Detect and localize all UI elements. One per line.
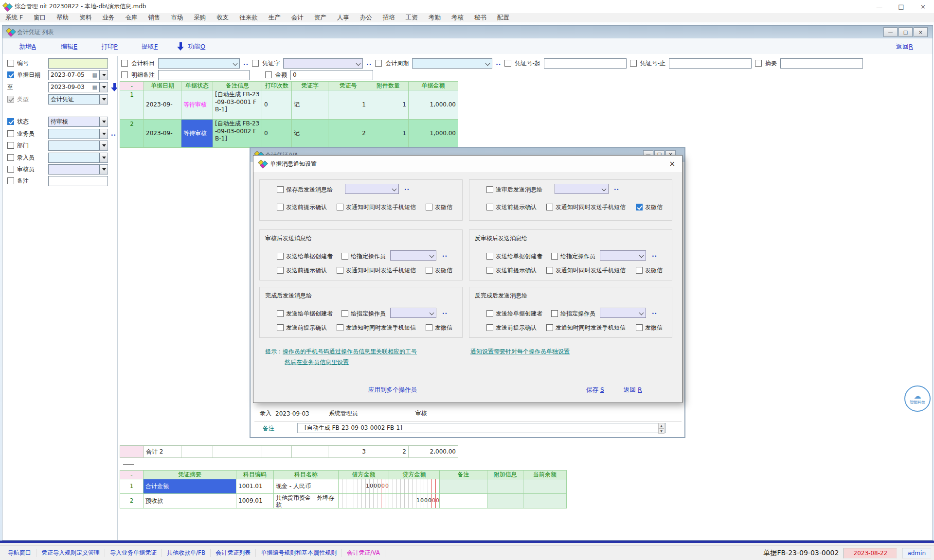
subject-browse-button[interactable]: .. bbox=[243, 60, 249, 67]
child-close-button[interactable]: × bbox=[914, 27, 928, 37]
cell-status[interactable]: 等待审核 bbox=[181, 90, 213, 120]
save-sms-checkbox[interactable]: 发通知时同时发送手机短信 bbox=[337, 203, 416, 211]
period-combo[interactable] bbox=[412, 58, 492, 69]
print-button[interactable]: 打印P bbox=[101, 42, 118, 51]
menu-item-purchase[interactable]: 采购 bbox=[188, 14, 211, 22]
finish-sms-checkbox[interactable]: 发通知时同时发送手机短信 bbox=[337, 324, 416, 332]
cell-attach[interactable]: 1 bbox=[368, 90, 409, 120]
child-maximize-button[interactable]: □ bbox=[898, 27, 913, 37]
close-button[interactable]: × bbox=[912, 0, 934, 13]
statusbar-item-numbering-rules[interactable]: 单据编号规则和基本属性规则 bbox=[256, 549, 342, 557]
menu-item-hr[interactable]: 人事 bbox=[332, 14, 355, 22]
cell-prints[interactable]: 0 bbox=[262, 120, 292, 148]
salesman-combo[interactable] bbox=[48, 129, 100, 139]
cell-amount[interactable]: 1,000.00 bbox=[409, 90, 458, 120]
statusbar-item-receipt-fb[interactable]: 其他收款单/FB bbox=[162, 549, 211, 557]
auditor-checkbox[interactable] bbox=[7, 166, 14, 173]
voucher-no-to-input[interactable] bbox=[669, 58, 752, 69]
cell-attach[interactable]: 1 bbox=[368, 120, 409, 148]
note-checkbox[interactable] bbox=[7, 177, 14, 184]
cell-summary[interactable]: 预收款 bbox=[144, 494, 236, 508]
audit-send-creator-checkbox[interactable]: 发送给单据创建者 bbox=[277, 252, 333, 260]
unaudit-send-operator-checkbox[interactable]: 给指定操作员 bbox=[551, 252, 595, 260]
menu-item-help[interactable]: 帮助 bbox=[51, 14, 74, 22]
unaudit-send-creator-checkbox[interactable]: 发送给单据创建者 bbox=[486, 252, 542, 260]
unaudit-operator-browse-button[interactable]: .. bbox=[652, 251, 657, 258]
statusbar-item-import-rules[interactable]: 凭证导入规则定义管理 bbox=[36, 549, 105, 557]
unaudit-confirm-checkbox[interactable]: 发送前提示确认 bbox=[486, 266, 537, 274]
date-from-dropdown-button[interactable] bbox=[100, 70, 108, 80]
cell-word[interactable]: 记 bbox=[292, 120, 328, 148]
unfinish-confirm-checkbox[interactable]: 发送前提示确认 bbox=[486, 324, 537, 332]
cell-rownum[interactable]: 1 bbox=[120, 90, 144, 120]
submit-wechat-checkbox[interactable]: 发微信 bbox=[636, 203, 663, 211]
department-checkbox[interactable] bbox=[7, 142, 14, 149]
detail-row[interactable]: 1 合计金额 1001.01 现金 - 人民币 100000 bbox=[120, 479, 567, 494]
menu-item-training[interactable]: 招培 bbox=[377, 14, 400, 22]
cell-status-selected[interactable]: 等待审核 bbox=[181, 120, 213, 148]
period-browse-button[interactable]: .. bbox=[496, 60, 501, 67]
amount-input[interactable]: 0 bbox=[290, 70, 373, 80]
department-dropdown-button[interactable] bbox=[100, 140, 108, 151]
summary-input[interactable] bbox=[780, 58, 863, 69]
apply-to-operators-link[interactable]: 应用到多个操作员 bbox=[368, 386, 417, 394]
unfinish-operator-combo[interactable] bbox=[600, 308, 646, 318]
function-button[interactable]: 功能O bbox=[188, 42, 205, 51]
voucher-no-from-input[interactable] bbox=[544, 58, 627, 69]
cell-balance[interactable] bbox=[523, 479, 567, 494]
menu-item-secretary[interactable]: 秘书 bbox=[469, 14, 492, 22]
cell-balance[interactable] bbox=[523, 494, 567, 508]
audit-wechat-checkbox[interactable]: 发微信 bbox=[426, 266, 452, 274]
splitter-handle[interactable] bbox=[123, 464, 134, 465]
menu-item-business[interactable]: 业务 bbox=[97, 14, 120, 22]
statusbar-item-import-vouchers[interactable]: 导入业务单据凭证 bbox=[105, 549, 162, 557]
cell-no[interactable]: 1 bbox=[328, 90, 368, 120]
type-combo[interactable]: 会计凭证 bbox=[48, 94, 100, 105]
detail-note-checkbox[interactable] bbox=[121, 71, 128, 78]
child-minimize-button[interactable]: — bbox=[883, 27, 898, 37]
minimize-button[interactable]: — bbox=[868, 0, 890, 13]
salesman-checkbox[interactable] bbox=[7, 130, 14, 137]
period-checkbox[interactable] bbox=[375, 60, 382, 67]
cell-note[interactable] bbox=[440, 494, 487, 508]
status-combo[interactable]: 待审核 bbox=[48, 117, 100, 127]
note-scrollbar[interactable]: ▲ ▼ bbox=[658, 423, 665, 434]
finish-send-creator-checkbox[interactable]: 发送给单据创建者 bbox=[277, 310, 333, 317]
cell-subject-name[interactable]: 其他货币资金 - 外埠存款 bbox=[274, 494, 339, 508]
menu-item-market[interactable]: 市场 bbox=[165, 14, 188, 22]
menu-item-sales[interactable]: 销售 bbox=[143, 14, 165, 22]
cell-amount[interactable]: 1,000.00 bbox=[409, 120, 458, 148]
status-checkbox[interactable] bbox=[7, 118, 14, 125]
voucher-no-from-checkbox[interactable] bbox=[504, 60, 511, 67]
cell-note[interactable]: [自动生成 FB-23-09-03-0002 FB-1] bbox=[213, 120, 262, 148]
salesman-browse-button[interactable]: .. bbox=[111, 130, 116, 137]
date-to-dropdown-button[interactable] bbox=[100, 82, 108, 92]
finish-operator-browse-button[interactable]: .. bbox=[442, 309, 448, 315]
note-input[interactable] bbox=[48, 176, 108, 186]
menu-item-window[interactable]: 窗口 bbox=[28, 14, 51, 22]
voucher-word-combo[interactable] bbox=[283, 58, 363, 69]
unfinish-wechat-checkbox[interactable]: 发微信 bbox=[636, 324, 663, 332]
cell-extra[interactable] bbox=[487, 479, 523, 494]
extract-button[interactable]: 提取F bbox=[142, 42, 158, 51]
cell-subject-code[interactable]: 1009.01 bbox=[236, 494, 274, 508]
statusbar-item-voucher-va[interactable]: 会计凭证/VA bbox=[342, 549, 385, 557]
cell-extra[interactable] bbox=[487, 494, 523, 508]
save-recipient-combo[interactable] bbox=[345, 184, 399, 194]
return-button[interactable]: 返回R bbox=[896, 42, 913, 51]
cell-rownum[interactable]: 2 bbox=[120, 494, 144, 508]
entry-clerk-checkbox[interactable] bbox=[7, 154, 14, 161]
finish-wechat-checkbox[interactable]: 发微信 bbox=[426, 324, 452, 332]
voucher-word-browse-button[interactable]: .. bbox=[366, 60, 372, 67]
unaudit-operator-combo[interactable] bbox=[600, 250, 646, 261]
detail-note-input[interactable] bbox=[158, 70, 250, 80]
menu-item-payments[interactable]: 收支 bbox=[211, 14, 234, 22]
dialog-close-button[interactable]: × bbox=[669, 159, 675, 168]
cell-note[interactable] bbox=[440, 479, 487, 494]
voucher-row-selected[interactable]: 2 2023-09-03 等待审核 [自动生成 FB-23-09-03-0002… bbox=[120, 120, 458, 148]
menu-item-data[interactable]: 资料 bbox=[74, 14, 97, 22]
cell-credit-grid[interactable]: 100000 bbox=[389, 494, 440, 508]
new-button[interactable]: 新增A bbox=[19, 42, 36, 51]
detail-row[interactable]: 2 预收款 1009.01 其他货币资金 - 外埠存款 100000 bbox=[120, 494, 567, 508]
cell-subject-name[interactable]: 现金 - 人民币 bbox=[274, 479, 339, 494]
